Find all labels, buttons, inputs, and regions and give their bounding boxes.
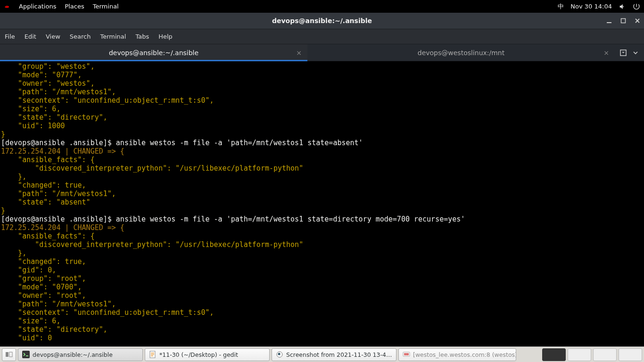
terminal-output[interactable]: "group": "westos", "mode": "0777", "owne… [0,61,644,346]
menu-view[interactable]: View [46,33,60,40]
task-gedit[interactable]: *11-30 (~/Desktop) - gedit [145,348,270,361]
eye-icon [276,351,283,358]
svg-rect-4 [9,352,12,357]
svg-rect-10 [404,353,409,355]
svg-rect-5 [22,351,30,358]
volume-icon[interactable] [619,3,626,10]
tab-label: devops@westoslinux:/mnt [418,49,504,57]
task-label: Screenshot from 2021-11-30 13-4… [286,351,392,358]
task-image-viewer[interactable]: Screenshot from 2021-11-30 13-4… [272,348,396,361]
tray-slot[interactable] [542,348,566,361]
terminal-window: devops@ansible:~/.ansible File Edit View… [0,13,644,346]
tab-ansible[interactable]: devops@ansible:~/.ansible × [0,44,307,61]
terminal-icon [22,351,30,358]
tab-westoslinux[interactable]: devops@westoslinux:/mnt × [307,44,615,61]
tab-menu-button[interactable] [632,49,639,57]
window-titlebar[interactable]: devops@ansible:~/.ansible [0,13,644,29]
minimize-button[interactable] [605,17,613,25]
menu-file[interactable]: File [5,33,15,40]
task-label: devops@ansible:~/.ansible [33,351,113,358]
clock[interactable]: Nov 30 14:04 [570,3,612,10]
tray-slot[interactable] [619,348,642,361]
top-panel: Applications Places Terminal 中 Nov 30 14… [0,0,644,13]
distro-logo-icon [4,3,10,10]
tab-label: devops@ansible:~/.ansible [109,49,198,57]
virt-icon [403,351,410,358]
places-menu[interactable]: Places [65,3,84,10]
menu-help[interactable]: Help [158,33,173,40]
maximize-button[interactable] [619,17,627,25]
task-virt-manager[interactable]: [westos_lee.westos.com:8 (westos)… [398,348,516,361]
task-bar: devops@ansible:~/.ansible *11-30 (~/Desk… [0,346,644,362]
svg-rect-3 [6,352,8,357]
svg-rect-0 [607,22,611,23]
new-tab-button[interactable] [619,49,627,57]
close-tab-icon[interactable]: × [603,49,609,57]
menu-terminal[interactable]: Terminal [100,33,126,40]
workspace-switcher[interactable] [2,348,16,361]
close-tab-icon[interactable]: × [296,49,302,57]
tray-slot[interactable] [593,348,617,361]
tray-slot[interactable] [568,348,591,361]
window-title: devops@ansible:~/.ansible [272,17,372,25]
applications-menu[interactable]: Applications [19,3,56,10]
system-tray [542,348,642,361]
task-label: *11-30 (~/Desktop) - gedit [159,351,238,358]
close-button[interactable] [634,17,641,25]
svg-rect-1 [621,19,626,23]
active-app-label[interactable]: Terminal [93,3,119,10]
menu-bar: File Edit View Search Terminal Tabs Help [0,29,644,44]
task-label: [westos_lee.westos.com:8 (westos)… [413,351,516,358]
menu-search[interactable]: Search [70,33,91,40]
power-icon[interactable] [633,3,640,10]
menu-edit[interactable]: Edit [25,33,36,40]
menu-tabs[interactable]: Tabs [135,33,149,40]
task-terminal[interactable]: devops@ansible:~/.ansible [18,348,143,361]
svg-point-8 [278,353,281,355]
gedit-icon [149,351,157,358]
tab-strip: devops@ansible:~/.ansible × devops@westo… [0,44,644,61]
input-method-indicator[interactable]: 中 [558,2,564,11]
